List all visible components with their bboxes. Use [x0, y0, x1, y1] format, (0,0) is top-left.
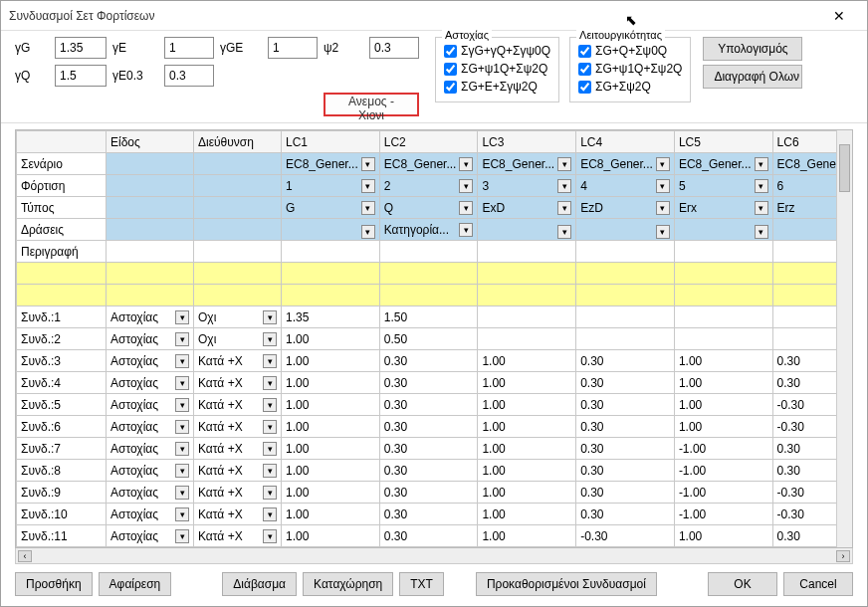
psi2-input[interactable] [369, 37, 419, 59]
cell[interactable]: EC8_Gener...▾ [282, 153, 380, 175]
calculate-button[interactable]: Υπολογισμός [703, 37, 802, 61]
chevron-down-icon[interactable]: ▾ [175, 332, 189, 346]
cell[interactable]: EC8_Gener...▾ [379, 153, 478, 175]
service-c2-check[interactable] [578, 63, 591, 76]
combo-kind[interactable]: Αστοχίας▾ [107, 416, 194, 438]
chevron-down-icon[interactable]: ▾ [656, 225, 670, 239]
cell[interactable]: 1.00 [282, 372, 380, 394]
cell[interactable]: 0.30 [576, 416, 675, 438]
h-lc4[interactable]: LC4 [576, 131, 675, 153]
read-button[interactable]: Διάβασμα [222, 572, 297, 596]
cell[interactable]: 0.30 [576, 394, 675, 416]
add-button[interactable]: Προσθήκη [15, 572, 93, 596]
wind-snow-button[interactable]: Ανεμος - Χιονι [324, 93, 419, 116]
cell[interactable]: -0.30 [772, 547, 836, 548]
cell[interactable]: 1.50 [379, 306, 478, 328]
cell[interactable] [772, 306, 836, 328]
h-lc5[interactable]: LC5 [674, 131, 772, 153]
failure-c1-check[interactable] [444, 45, 457, 58]
cell[interactable]: 1.00 [674, 372, 772, 394]
cell[interactable]: EC8_Gener...▾ [478, 153, 576, 175]
cell[interactable]: 0.30 [379, 416, 478, 438]
cell[interactable]: 1.00 [282, 394, 380, 416]
cell[interactable]: 0.30 [379, 394, 478, 416]
delete-all-button[interactable]: Διαγραφή Ολων [703, 65, 802, 89]
cell[interactable]: 1.00 [478, 438, 576, 460]
cell[interactable]: Q▾ [379, 197, 478, 219]
cell[interactable] [674, 328, 772, 350]
cell[interactable]: 0.30 [576, 350, 675, 372]
scroll-thumb[interactable] [839, 144, 850, 192]
cell[interactable]: ▾ [478, 219, 576, 241]
combo-kind[interactable]: Αστοχίας▾ [107, 438, 194, 460]
cell[interactable]: 0.30 [772, 460, 836, 482]
combo-kind[interactable]: Αστοχίας▾ [107, 460, 194, 482]
cell[interactable]: ▾ [576, 219, 675, 241]
cell[interactable]: 1.00 [282, 460, 380, 482]
cell[interactable]: 1.00 [282, 547, 380, 548]
cell[interactable]: EC8_Gener...▾ [576, 153, 675, 175]
cell[interactable]: 0.30 [576, 504, 675, 525]
cell[interactable]: 1.00 [478, 482, 576, 504]
combo-kind[interactable]: Αστοχίας▾ [107, 394, 194, 416]
combo-dir[interactable]: Κατά +X▾ [194, 438, 282, 460]
failure-c2-check[interactable] [444, 63, 457, 76]
cell[interactable]: 1.00 [674, 547, 772, 548]
cell[interactable]: 1.00 [478, 350, 576, 372]
cell[interactable] [772, 328, 836, 350]
h-lc1[interactable]: LC1 [282, 131, 380, 153]
remove-button[interactable]: Αφαίρεση [99, 572, 172, 596]
combo-dir[interactable]: Οχι▾ [194, 306, 282, 328]
chevron-down-icon[interactable]: ▾ [656, 157, 670, 171]
chevron-down-icon[interactable]: ▾ [263, 486, 277, 500]
cell[interactable]: -0.30 [772, 416, 836, 438]
chevron-down-icon[interactable]: ▾ [459, 179, 473, 193]
cell[interactable]: G▾ [282, 197, 380, 219]
chevron-down-icon[interactable]: ▾ [263, 332, 277, 346]
cell[interactable] [478, 328, 576, 350]
combo-kind[interactable]: Αστοχίας▾ [107, 328, 194, 350]
cell[interactable]: EzD▾ [576, 197, 675, 219]
cell[interactable]: ExD▾ [478, 197, 576, 219]
txt-button[interactable]: TXT [399, 572, 444, 596]
chevron-down-icon[interactable]: ▾ [263, 464, 277, 478]
cell[interactable]: Κατηγορία...▾ [379, 219, 478, 241]
cell[interactable]: 0.30 [379, 350, 478, 372]
cell[interactable]: 1.00 [478, 547, 576, 548]
cell[interactable]: 0.50 [379, 328, 478, 350]
chevron-down-icon[interactable]: ▾ [175, 464, 189, 478]
cell[interactable]: -1.00 [674, 438, 772, 460]
cell[interactable]: EC8_Gener...▾ [772, 153, 836, 175]
chevron-down-icon[interactable]: ▾ [755, 225, 768, 239]
service-c1-check[interactable] [578, 45, 591, 58]
cell[interactable] [674, 306, 772, 328]
cell[interactable]: 1.00 [674, 394, 772, 416]
gE03-input[interactable] [164, 65, 214, 87]
cell[interactable]: 1.00 [478, 416, 576, 438]
gGE-input[interactable] [268, 37, 318, 59]
combo-kind[interactable]: Αστοχίας▾ [107, 482, 194, 504]
cell[interactable]: 1.00 [478, 525, 576, 547]
service-c3-check[interactable] [578, 81, 591, 94]
cell[interactable]: 1.00 [282, 350, 380, 372]
combo-kind[interactable]: Αστοχίας▾ [107, 525, 194, 547]
h-dir[interactable]: Διεύθυνση [194, 131, 282, 153]
scroll-right-icon[interactable]: › [836, 550, 850, 562]
cell[interactable]: 0.30 [772, 372, 836, 394]
chevron-down-icon[interactable]: ▾ [263, 398, 277, 412]
chevron-down-icon[interactable]: ▾ [263, 507, 277, 521]
chevron-down-icon[interactable]: ▾ [361, 225, 375, 239]
chevron-down-icon[interactable]: ▾ [175, 420, 189, 434]
cell[interactable]: 0.30 [772, 438, 836, 460]
combo-dir[interactable]: Κατά +X▾ [194, 525, 282, 547]
combo-dir[interactable]: Κατά +X▾ [194, 394, 282, 416]
cell[interactable]: 0.30 [772, 525, 836, 547]
cell[interactable]: 0.30 [379, 460, 478, 482]
chevron-down-icon[interactable]: ▾ [459, 201, 473, 215]
chevron-down-icon[interactable]: ▾ [175, 529, 189, 543]
grid-scroll[interactable]: Είδος Διεύθυνση LC1 LC2 LC3 LC4 LC5 LC6 … [16, 130, 836, 547]
cell[interactable]: 0.30 [576, 482, 675, 504]
chevron-down-icon[interactable]: ▾ [175, 376, 189, 390]
gQ-input[interactable] [55, 65, 107, 87]
cell[interactable]: 2▾ [379, 175, 478, 197]
